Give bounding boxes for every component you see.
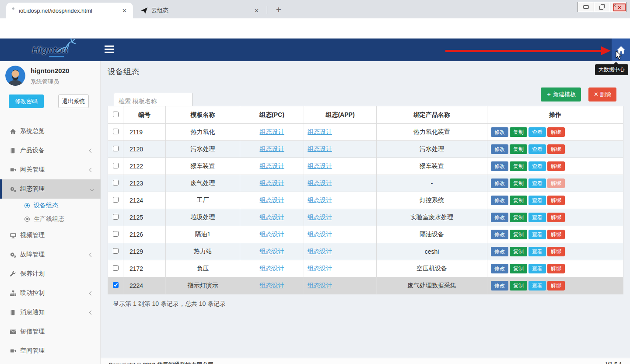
row-checkbox[interactable] bbox=[113, 282, 119, 288]
row-checkbox[interactable] bbox=[113, 197, 119, 203]
row-checkbox[interactable] bbox=[113, 129, 119, 134]
app-config-link[interactable]: 组态设计 bbox=[308, 145, 332, 152]
app-config-link[interactable]: 组态设计 bbox=[308, 162, 332, 169]
view-button[interactable]: 查看 bbox=[528, 281, 546, 290]
app-config-link[interactable]: 组态设计 bbox=[308, 231, 332, 238]
unbind-button[interactable]: 解绑 bbox=[547, 144, 565, 154]
browser-tab-cloud-config[interactable]: 云组态 ✕ bbox=[136, 3, 265, 18]
copy-button[interactable]: 复制 bbox=[510, 127, 527, 137]
app-config-link[interactable]: 组态设计 bbox=[308, 196, 332, 203]
view-button[interactable]: 查看 bbox=[528, 213, 546, 222]
unbind-button[interactable]: 解绑 bbox=[547, 161, 565, 171]
app-config-link[interactable]: 组态设计 bbox=[308, 128, 332, 135]
sidebar-item-8[interactable]: 消息通知 bbox=[0, 303, 101, 322]
copy-button[interactable]: 复制 bbox=[510, 247, 527, 256]
cell-config-app: 组态设计 bbox=[304, 175, 377, 192]
sidebar-item-0[interactable]: 系统总览 bbox=[0, 122, 101, 141]
logout-button[interactable]: 退出系统 bbox=[58, 94, 89, 108]
unbind-button[interactable]: 解绑 bbox=[547, 178, 565, 188]
modify-button[interactable]: 修改 bbox=[491, 281, 508, 290]
sidebar-item-2[interactable]: 网关管理 bbox=[0, 160, 101, 179]
modify-button[interactable]: 修改 bbox=[491, 264, 508, 273]
row-checkbox[interactable] bbox=[113, 163, 119, 168]
view-button[interactable]: 查看 bbox=[528, 178, 546, 188]
unbind-button[interactable]: 解绑 bbox=[547, 127, 565, 137]
modify-button[interactable]: 修改 bbox=[491, 196, 508, 205]
app-config-link[interactable]: 组态设计 bbox=[308, 282, 332, 289]
close-button[interactable]: ✕ ✕ bbox=[610, 2, 626, 12]
pc-config-link[interactable]: 组态设计 bbox=[260, 231, 284, 238]
browser-tab-active[interactable]: iot.idosp.net/idosp/index.html ✕ bbox=[6, 3, 133, 18]
delete-button[interactable]: ✕删除 bbox=[588, 88, 616, 102]
pc-config-link[interactable]: 组态设计 bbox=[260, 145, 284, 152]
modify-button[interactable]: 修改 bbox=[491, 213, 508, 222]
view-button[interactable]: 查看 bbox=[528, 144, 546, 154]
copy-button[interactable]: 复制 bbox=[510, 213, 527, 222]
change-password-button[interactable]: 修改密码 bbox=[9, 94, 44, 108]
app-config-link[interactable]: 组态设计 bbox=[308, 265, 332, 272]
app-config-link[interactable]: 组态设计 bbox=[308, 248, 332, 255]
submenu-item-0[interactable]: 设备组态 bbox=[0, 199, 101, 212]
copy-button[interactable]: 复制 bbox=[510, 161, 527, 171]
row-checkbox[interactable] bbox=[113, 248, 119, 254]
select-all-checkbox[interactable] bbox=[113, 112, 119, 117]
unbind-button[interactable]: 解绑 bbox=[547, 281, 565, 290]
cell-actions: 修改复制查看解绑 bbox=[487, 158, 623, 175]
copy-button[interactable]: 复制 bbox=[510, 196, 527, 205]
row-checkbox[interactable] bbox=[113, 180, 119, 186]
copy-button[interactable]: 复制 bbox=[510, 144, 527, 154]
circle-dot-icon bbox=[24, 217, 30, 222]
minimize-button[interactable] bbox=[578, 2, 594, 12]
view-button[interactable]: 查看 bbox=[528, 161, 546, 171]
row-checkbox[interactable] bbox=[113, 214, 119, 220]
modify-button[interactable]: 修改 bbox=[491, 161, 508, 171]
pc-config-link[interactable]: 组态设计 bbox=[260, 265, 284, 272]
pc-config-link[interactable]: 组态设计 bbox=[260, 214, 284, 220]
unbind-button[interactable]: 解绑 bbox=[547, 196, 565, 205]
pc-config-link[interactable]: 组态设计 bbox=[260, 179, 284, 186]
app-config-link[interactable]: 组态设计 bbox=[308, 179, 332, 186]
unbind-button[interactable]: 解绑 bbox=[547, 264, 565, 273]
tab-close-icon[interactable]: ✕ bbox=[120, 7, 129, 14]
sidebar-item-9[interactable]: 短信管理 bbox=[0, 322, 101, 341]
modify-button[interactable]: 修改 bbox=[491, 144, 508, 154]
copy-button[interactable]: 复制 bbox=[510, 281, 527, 290]
pc-config-link[interactable]: 组态设计 bbox=[260, 248, 284, 255]
modify-button[interactable]: 修改 bbox=[491, 247, 508, 256]
row-checkbox[interactable] bbox=[113, 231, 119, 237]
sidebar-item-6[interactable]: 保养计划 bbox=[0, 264, 101, 284]
tab-close-icon[interactable]: ✕ bbox=[252, 7, 261, 14]
restore-button[interactable] bbox=[594, 2, 610, 12]
pc-config-link[interactable]: 组态设计 bbox=[260, 128, 284, 135]
pc-config-link[interactable]: 组态设计 bbox=[260, 162, 284, 169]
submenu-item-1[interactable]: 生产线组态 bbox=[0, 212, 101, 226]
hamburger-menu-icon[interactable] bbox=[105, 46, 114, 55]
sidebar-item-3[interactable]: 组态管理 bbox=[0, 179, 101, 199]
copy-button[interactable]: 复制 bbox=[510, 264, 527, 273]
app-config-link[interactable]: 组态设计 bbox=[308, 214, 332, 220]
new-template-button[interactable]: ＋新建模板 bbox=[541, 88, 581, 102]
unbind-button[interactable]: 解绑 bbox=[547, 213, 565, 222]
view-button[interactable]: 查看 bbox=[528, 230, 546, 239]
view-button[interactable]: 查看 bbox=[528, 264, 546, 273]
sidebar-item-1[interactable]: 产品设备 bbox=[0, 141, 101, 160]
modify-button[interactable]: 修改 bbox=[491, 230, 508, 239]
sidebar-item-4[interactable]: 视频管理 bbox=[0, 226, 101, 245]
unbind-button[interactable]: 解绑 bbox=[547, 247, 565, 256]
unbind-button[interactable]: 解绑 bbox=[547, 230, 565, 239]
sidebar-item-5[interactable]: 故障管理 bbox=[0, 245, 101, 264]
view-button[interactable]: 查看 bbox=[528, 127, 546, 137]
pc-config-link[interactable]: 组态设计 bbox=[260, 282, 284, 289]
view-button[interactable]: 查看 bbox=[528, 196, 546, 205]
modify-button[interactable]: 修改 bbox=[491, 127, 508, 137]
sidebar-item-7[interactable]: 联动控制 bbox=[0, 284, 101, 303]
modify-button[interactable]: 修改 bbox=[491, 178, 508, 188]
sidebar-item-10[interactable]: 空间管理 bbox=[0, 341, 101, 360]
view-button[interactable]: 查看 bbox=[528, 247, 546, 256]
copy-button[interactable]: 复制 bbox=[510, 230, 527, 239]
row-checkbox[interactable] bbox=[113, 265, 119, 271]
new-tab-button[interactable]: + bbox=[272, 4, 285, 17]
row-checkbox[interactable] bbox=[113, 146, 119, 151]
copy-button[interactable]: 复制 bbox=[510, 178, 527, 188]
pc-config-link[interactable]: 组态设计 bbox=[260, 196, 284, 203]
